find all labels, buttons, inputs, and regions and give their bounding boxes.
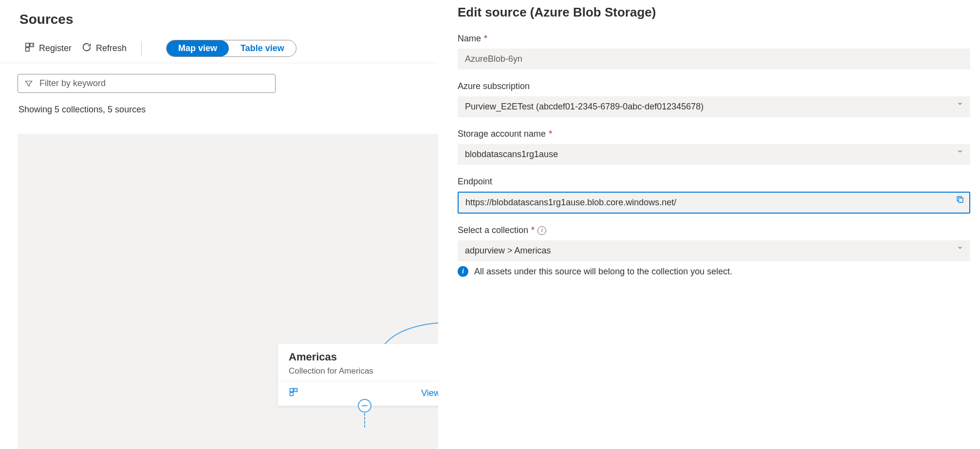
subscription-label: Azure subscription <box>458 81 530 91</box>
register-button[interactable]: Register <box>19 40 76 57</box>
subscription-select-wrap <box>458 91 970 117</box>
svg-rect-6 <box>290 393 294 396</box>
svg-point-3 <box>32 44 33 45</box>
showing-summary: Showing 5 collections, 5 sources <box>0 98 438 124</box>
field-subscription: Azure subscription <box>458 81 970 117</box>
field-endpoint: Endpoint <box>458 177 970 214</box>
name-label: Name * <box>458 34 487 44</box>
svg-rect-4 <box>290 389 294 392</box>
collapse-toggle[interactable] <box>358 399 371 413</box>
register-icon <box>24 42 35 55</box>
endpoint-input-wrap <box>458 187 970 214</box>
storage-label-text: Storage account name <box>458 129 546 139</box>
filter-row <box>0 63 438 98</box>
required-asterisk: * <box>531 225 535 235</box>
copy-icon[interactable] <box>956 195 964 206</box>
field-name: Name * <box>458 34 970 70</box>
collection-node-americas[interactable]: Americas Collection for Americas View <box>278 344 438 406</box>
toolbar-separator <box>141 41 142 56</box>
view-details-link[interactable]: View <box>421 388 438 398</box>
refresh-label: Refresh <box>96 43 127 54</box>
toolbar: Register Refresh Map view Table view <box>0 36 438 63</box>
panel-title: Edit source (Azure Blob Storage) <box>458 5 970 34</box>
svg-rect-8 <box>959 198 963 202</box>
filter-input-wrap <box>18 74 276 93</box>
child-connector <box>364 413 365 428</box>
collection-select[interactable] <box>458 240 970 261</box>
edit-source-panel: Edit source (Azure Blob Storage) Name * … <box>458 0 970 449</box>
page-title: Sources <box>0 0 438 36</box>
view-toggle: Map view Table view <box>166 40 296 57</box>
name-label-text: Name <box>458 34 481 44</box>
collection-info-text: All assets under this source will belong… <box>474 267 732 277</box>
collection-info-row: i All assets under this source will belo… <box>458 266 970 277</box>
storage-label: Storage account name * <box>458 129 552 139</box>
svg-point-7 <box>296 390 296 391</box>
collection-label-text: Select a collection <box>458 225 528 235</box>
map-canvas[interactable]: Americas Collection for Americas View <box>18 134 438 449</box>
map-view-toggle[interactable]: Map view <box>166 40 229 56</box>
svg-rect-2 <box>26 48 29 51</box>
sources-left-pane: Sources Register Refresh Map view Table … <box>0 0 438 449</box>
field-storage: Storage account name * <box>458 129 970 165</box>
refresh-button[interactable]: Refresh <box>76 40 131 57</box>
info-filled-icon: i <box>458 266 468 277</box>
svg-rect-0 <box>26 43 29 47</box>
field-collection: Select a collection * i i All assets und… <box>458 225 970 277</box>
endpoint-input[interactable] <box>458 192 970 214</box>
subscription-select[interactable] <box>458 96 970 117</box>
storage-select[interactable] <box>458 144 970 165</box>
table-view-toggle[interactable]: Table view <box>229 40 296 56</box>
endpoint-label: Endpoint <box>458 177 492 187</box>
storage-select-wrap <box>458 139 970 165</box>
grid-icon <box>289 387 298 399</box>
collection-select-wrap <box>458 235 970 261</box>
collection-label: Select a collection * i <box>458 225 546 235</box>
register-label: Register <box>39 43 72 54</box>
name-input <box>458 49 970 70</box>
info-icon[interactable]: i <box>537 226 546 235</box>
filter-keyword-input[interactable] <box>18 74 276 93</box>
required-asterisk: * <box>549 129 552 139</box>
required-asterisk: * <box>484 34 487 44</box>
refresh-icon <box>81 42 92 55</box>
node-subtitle: Collection for Americas <box>289 366 438 376</box>
node-header: Americas Collection for Americas <box>278 344 438 381</box>
node-title: Americas <box>289 351 438 363</box>
